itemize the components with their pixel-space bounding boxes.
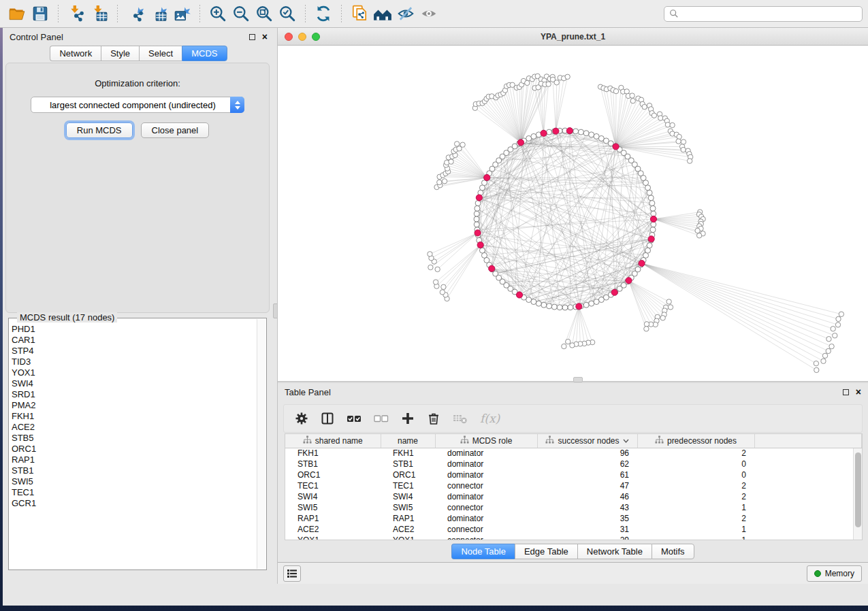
tab-node-table[interactable]: Node Table	[451, 544, 515, 559]
show-graphics-icon[interactable]	[417, 3, 440, 24]
network-node[interactable]	[589, 301, 594, 306]
network-graph[interactable]	[278, 46, 866, 381]
network-node[interactable]	[613, 88, 618, 93]
network-node[interactable]	[839, 312, 843, 316]
network-node[interactable]	[644, 322, 649, 327]
mcds-result-item[interactable]: GCR1	[12, 498, 256, 509]
zoom-fit-icon[interactable]	[253, 3, 276, 24]
network-node[interactable]	[594, 133, 599, 139]
tab-motifs[interactable]: Motifs	[652, 544, 694, 559]
network-node[interactable]	[649, 201, 655, 206]
network-node[interactable]	[630, 99, 635, 103]
mcds-selected-node[interactable]	[626, 278, 632, 284]
table-row[interactable]: ORC1ORC1dominator610	[285, 469, 862, 480]
table-row[interactable]: STB1STB1dominator620	[285, 459, 862, 469]
network-node[interactable]	[668, 305, 673, 310]
network-node[interactable]	[566, 339, 570, 344]
duplicate-network-icon[interactable]	[348, 3, 371, 24]
tab-network-table[interactable]: Network Table	[577, 544, 652, 559]
mcds-result-item[interactable]: STB1	[12, 465, 256, 476]
network-node[interactable]	[681, 139, 686, 144]
mcds-result-item[interactable]: SWI5	[12, 476, 256, 487]
first-neighbors-icon[interactable]	[371, 3, 394, 24]
tab-edge-table[interactable]: Edge Table	[515, 544, 577, 559]
network-node[interactable]	[594, 299, 599, 305]
network-node[interactable]	[568, 305, 573, 310]
network-node[interactable]	[826, 337, 831, 342]
network-node[interactable]	[652, 113, 656, 118]
dropdown-stepper-icon[interactable]	[230, 97, 244, 113]
mcds-result-item[interactable]: FKH1	[12, 411, 256, 422]
network-node[interactable]	[437, 180, 442, 184]
network-node[interactable]	[525, 80, 530, 85]
export-network-icon[interactable]	[124, 3, 147, 24]
network-node[interactable]	[670, 122, 675, 127]
add-column-icon[interactable]	[401, 412, 415, 425]
export-image-icon[interactable]	[170, 3, 193, 24]
zoom-out-icon[interactable]	[229, 3, 253, 24]
result-list-scrollbar[interactable]	[257, 319, 266, 569]
network-node[interactable]	[460, 142, 465, 147]
network-node[interactable]	[647, 243, 652, 248]
mcds-selected-node[interactable]	[477, 242, 483, 248]
export-table-icon[interactable]	[147, 3, 170, 24]
network-node[interactable]	[565, 74, 570, 79]
network-node[interactable]	[578, 129, 583, 135]
network-node[interactable]	[433, 280, 438, 284]
network-node[interactable]	[833, 333, 837, 337]
mcds-result-item[interactable]: SWI4	[12, 378, 256, 389]
network-node[interactable]	[647, 190, 652, 195]
tab-network[interactable]: Network	[50, 46, 101, 61]
network-node[interactable]	[814, 367, 819, 372]
table-scrollbar[interactable]	[853, 448, 862, 540]
network-node[interactable]	[589, 132, 594, 137]
network-node[interactable]	[554, 80, 559, 85]
network-window-titlebar[interactable]: YPA_prune.txt_1	[278, 28, 868, 46]
network-node[interactable]	[650, 227, 656, 233]
refresh-icon[interactable]	[312, 3, 335, 24]
network-node[interactable]	[829, 344, 834, 348]
network-node[interactable]	[562, 344, 566, 348]
network-node[interactable]	[442, 179, 447, 184]
network-node[interactable]	[428, 252, 432, 257]
mcds-result-item[interactable]: STB5	[12, 433, 256, 444]
network-node[interactable]	[474, 222, 479, 227]
network-node[interactable]	[630, 93, 634, 98]
table-row[interactable]: RAP1RAP1dominator352	[285, 513, 862, 524]
network-node[interactable]	[676, 139, 681, 144]
table-row[interactable]: SWI5SWI5connector431	[285, 502, 862, 513]
mcds-result-item[interactable]: TID3	[12, 357, 256, 367]
network-node[interactable]	[826, 348, 831, 353]
network-node[interactable]	[645, 185, 651, 191]
mcds-selected-node[interactable]	[517, 139, 524, 146]
network-node[interactable]	[428, 265, 433, 269]
deselect-all-icon[interactable]	[374, 412, 389, 425]
mcds-result-list[interactable]: PHD1CAR1STP4TID3YOX1SWI4SRD1PMA2FKH1ACE2…	[12, 324, 256, 568]
table-row[interactable]: YOX1YOX1connector291	[285, 535, 862, 540]
search-input[interactable]	[682, 9, 857, 18]
column-header-successor-nodes[interactable]: successor nodes	[537, 434, 637, 448]
column-header-predecessor-nodes[interactable]: predecessor nodes	[637, 434, 754, 448]
close-table-panel-icon[interactable]: ×	[856, 387, 861, 397]
mcds-selected-node[interactable]	[566, 128, 573, 134]
mcds-selected-node[interactable]	[516, 292, 522, 298]
mcds-selected-node[interactable]	[475, 230, 481, 236]
network-node[interactable]	[475, 201, 481, 206]
network-node[interactable]	[687, 159, 692, 163]
network-node[interactable]	[814, 361, 818, 365]
network-node[interactable]	[666, 299, 671, 304]
network-node[interactable]	[583, 131, 589, 136]
mcds-selected-node[interactable]	[553, 128, 559, 134]
mcds-selected-node[interactable]	[639, 260, 645, 266]
network-node[interactable]	[531, 299, 536, 305]
mcds-selected-node[interactable]	[613, 144, 619, 150]
mcds-result-item[interactable]: YOX1	[12, 367, 256, 378]
network-node[interactable]	[573, 129, 579, 134]
network-node[interactable]	[541, 302, 547, 308]
network-node[interactable]	[479, 185, 485, 191]
table-scrollbar-thumb[interactable]	[855, 452, 861, 527]
network-node[interactable]	[547, 129, 552, 135]
mcds-selected-node[interactable]	[650, 216, 656, 222]
tab-mcds[interactable]: MCDS	[182, 46, 227, 61]
network-node[interactable]	[583, 302, 589, 308]
